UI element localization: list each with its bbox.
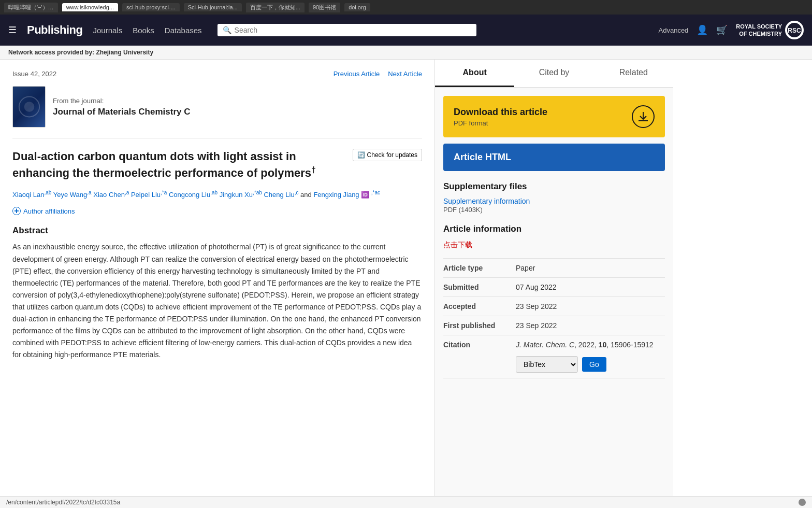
tab-about[interactable]: About xyxy=(435,60,514,87)
advanced-search-link[interactable]: Advanced xyxy=(659,26,689,34)
author-sup-8: ,*ac xyxy=(371,190,380,195)
author-sup-4: ,*a xyxy=(161,190,167,195)
chinese-download-link[interactable]: 点击下载 xyxy=(443,241,665,250)
scroll-indicator xyxy=(799,499,806,506)
journal-name[interactable]: Journal of Materials Chemistry C xyxy=(53,107,190,117)
download-icon xyxy=(632,105,655,128)
search-box[interactable]: 🔍 xyxy=(218,24,476,36)
download-btn-title: Download this article xyxy=(454,107,547,118)
accepted-label: Accepted xyxy=(443,297,516,316)
nav-books[interactable]: Books xyxy=(133,26,154,35)
journal-header: From the journal: Journal of Materials C… xyxy=(12,86,422,128)
next-article-link[interactable]: Next Article xyxy=(388,70,422,78)
affiliations-toggle[interactable]: + Author affiliations xyxy=(12,207,422,215)
article-title-section: 🔄 Check for updates Dual-action carbon q… xyxy=(12,149,422,181)
author-link-4[interactable]: Peipei Liu xyxy=(131,191,161,199)
article-area: Issue 42, 2022 Previous Article Next Art… xyxy=(0,60,435,507)
author-link-8[interactable]: Fengxing Jiang xyxy=(313,191,359,199)
nav-right: Advanced 👤 🛒 ROYAL SOCIETYOF CHEMISTRY R… xyxy=(659,21,804,39)
author-link-5[interactable]: Congcong Liu xyxy=(169,191,210,199)
check-updates-button[interactable]: 🔄 Check for updates xyxy=(353,149,422,161)
browser-tab-5[interactable]: 百度一下，你就知... xyxy=(246,3,304,12)
search-input[interactable] xyxy=(235,26,471,34)
article-info-table: Article type Paper Submitted 07 Aug 2022… xyxy=(443,258,665,378)
status-url: /en/content/articlepdf/2022/tc/d2tc03315… xyxy=(6,499,120,506)
affiliations-label: Author affiliations xyxy=(23,207,75,215)
cart-icon[interactable]: 🛒 xyxy=(716,24,728,36)
tab-related[interactable]: Related xyxy=(594,60,673,87)
panel-tabs: About Cited by Related xyxy=(435,60,673,88)
author-link-1[interactable]: Xiaoqi Lan xyxy=(12,191,44,199)
table-row: Citation J. Mater. Chem. C, 2022, 10, 15… xyxy=(443,335,665,378)
browser-tab-2[interactable]: www.isiknowledg... xyxy=(62,3,118,11)
menu-icon[interactable]: ☰ xyxy=(8,24,17,36)
author-link-6[interactable]: Jingkun Xu xyxy=(220,191,253,199)
svg-text:RSC: RSC xyxy=(788,27,801,34)
supplementary-title: Supplementary files xyxy=(443,181,665,192)
nav-links: Journals Books Databases xyxy=(93,26,201,35)
main-container: Issue 42, 2022 Previous Article Next Art… xyxy=(0,60,812,507)
panel-content: Download this article PDF format Article… xyxy=(435,88,673,387)
tab-cited-by[interactable]: Cited by xyxy=(514,60,593,87)
rsc-text: ROYAL SOCIETYOF CHEMISTRY xyxy=(736,23,782,38)
author-link-7[interactable]: Cheng Liu xyxy=(264,191,294,199)
orcid-icon: 🆔 xyxy=(361,191,369,199)
accepted-value: 23 Sep 2022 xyxy=(516,297,665,316)
nav-databases[interactable]: Databases xyxy=(165,26,202,35)
journal-from-label: From the journal: xyxy=(53,97,190,105)
author-link-3[interactable]: Xiao Chen xyxy=(93,191,125,199)
article-type-value: Paper xyxy=(516,259,665,278)
download-btn-text: Download this article PDF format xyxy=(454,107,547,127)
status-bar: /en/content/articlepdf/2022/tc/d2tc03315… xyxy=(0,496,812,507)
journal-cover-image xyxy=(12,86,46,128)
check-updates-label: Check for updates xyxy=(367,151,417,159)
submitted-value: 07 Aug 2022 xyxy=(516,278,665,297)
previous-article-link[interactable]: Previous Article xyxy=(334,70,380,78)
supplementary-section: Supplementary files Supplementary inform… xyxy=(443,181,665,214)
user-icon[interactable]: 👤 xyxy=(697,24,708,36)
first-published-label: First published xyxy=(443,316,516,335)
author-link-2[interactable]: Yeye Wang xyxy=(53,191,88,199)
article-info-title: Article information xyxy=(443,224,665,234)
browser-bar: 哔哩哔哩（'−'）… www.isiknowledg... sci-hub pr… xyxy=(0,0,812,15)
browser-tab-3[interactable]: sci-hub proxy:sci-... xyxy=(122,3,180,11)
download-button[interactable]: Download this article PDF format xyxy=(443,96,665,137)
article-html-button[interactable]: Article HTML xyxy=(443,144,665,171)
table-row: Submitted 07 Aug 2022 xyxy=(443,278,665,297)
table-row: Accepted 23 Sep 2022 xyxy=(443,297,665,316)
network-text: Network access provided by: xyxy=(8,49,94,56)
plus-icon: + xyxy=(12,207,21,215)
author-sup-1: ,ab xyxy=(44,190,51,195)
nav-journals[interactable]: Journals xyxy=(93,26,122,35)
article-divider xyxy=(12,138,422,138)
browser-tab-4[interactable]: Sci-Hub journal:la... xyxy=(184,3,242,11)
table-row: First published 23 Sep 2022 xyxy=(443,316,665,335)
abstract-text: As an inexhaustible energy source, the e… xyxy=(12,241,422,361)
author-sup-6: ,*ab xyxy=(253,190,262,195)
download-btn-sub: PDF format xyxy=(454,119,547,127)
browser-tab-1[interactable]: 哔哩哔哩（'−'）… xyxy=(4,3,58,12)
go-button[interactable]: Go xyxy=(582,357,606,372)
author-sup-2: ,a xyxy=(87,190,91,195)
authors-section: Xiaoqi Lan,ab Yeye Wang,a Xiao Chen,a Pe… xyxy=(12,188,422,201)
rsc-emblem: RSC xyxy=(785,21,804,39)
supplementary-link[interactable]: Supplementary information xyxy=(443,197,665,205)
submitted-label: Submitted xyxy=(443,278,516,297)
article-dagger: † xyxy=(311,165,316,174)
first-published-value: 23 Sep 2022 xyxy=(516,316,665,335)
author-sup-3: ,a xyxy=(125,190,129,195)
abstract-section: Abstract As an inexhaustible energy sour… xyxy=(12,225,422,361)
citation-value: J. Mater. Chem. C, 2022, 10, 15906-15912… xyxy=(516,335,665,378)
author-sup-7: ,c xyxy=(295,190,299,195)
browser-tab-7[interactable]: doi.org xyxy=(344,3,370,11)
citation-format-select[interactable]: BibTex RIS EndNote xyxy=(516,356,578,373)
journal-info: From the journal: Journal of Materials C… xyxy=(53,97,190,117)
network-access-bar: Network access provided by: Zhejiang Uni… xyxy=(0,46,812,60)
publishing-logo[interactable]: Publishing xyxy=(27,23,82,37)
institution-name: Zhejiang University xyxy=(96,49,153,56)
browser-tab-6[interactable]: 90图书馆 xyxy=(309,3,340,12)
check-updates-icon: 🔄 xyxy=(357,151,365,159)
article-navigation: Previous Article Next Article xyxy=(334,70,422,78)
right-panel: About Cited by Related Download this art… xyxy=(435,60,673,507)
search-icon: 🔍 xyxy=(223,26,231,34)
